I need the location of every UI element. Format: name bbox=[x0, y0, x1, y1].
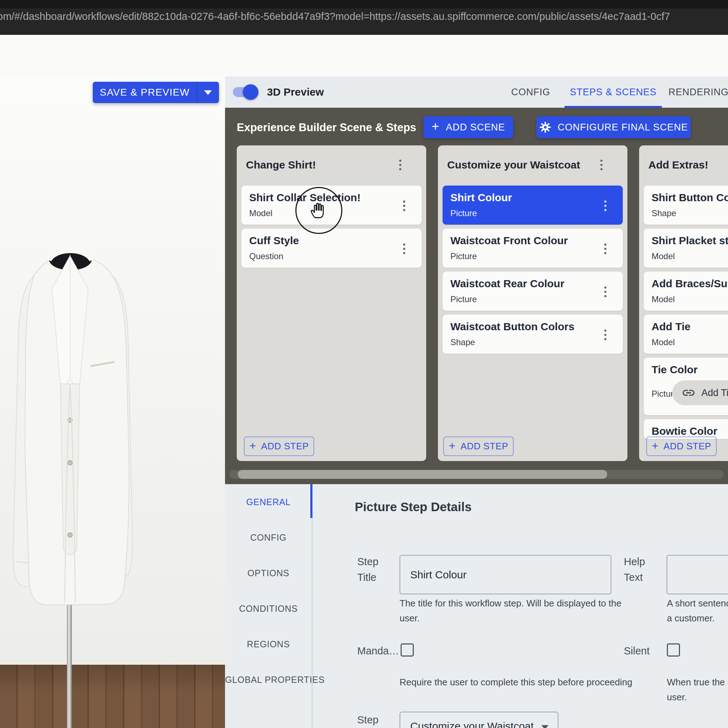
builder-title: Experience Builder Scene & Steps bbox=[237, 121, 416, 134]
scene-title: Change Shirt! bbox=[246, 159, 316, 171]
step-menu-kebab-icon[interactable] bbox=[603, 328, 608, 342]
details-tab-conditions[interactable]: CONDITIONS bbox=[225, 604, 312, 614]
details-tab-regions[interactable]: REGIONS bbox=[225, 639, 312, 650]
step-type: Shape bbox=[450, 337, 475, 347]
url-text: om/#/dashboard/workflows/edit/882c10da-0… bbox=[0, 11, 670, 22]
help-text-input[interactable] bbox=[667, 555, 728, 594]
step-card-shirt-colour-selected[interactable]: Shirt Colour Picture bbox=[442, 185, 623, 225]
step-title: Waistcoat Button Colors bbox=[450, 321, 574, 333]
help-text-label: Help Text bbox=[624, 554, 667, 585]
experience-builder-panel: Experience Builder Scene & Steps + ADD S… bbox=[225, 108, 728, 484]
step-card-add-braces[interactable]: Add Braces/Susp Model bbox=[644, 272, 728, 310]
step-type: Picture bbox=[450, 294, 477, 304]
details-tab-config[interactable]: CONFIG bbox=[225, 532, 312, 543]
scene-column-add-extras: Add Extras! Shirt Button Colou Shape Shi… bbox=[639, 145, 728, 461]
link-icon bbox=[681, 386, 696, 400]
step-type: Shape bbox=[652, 208, 676, 218]
step-select-dropdown[interactable]: Customize your Waistcoat bbox=[399, 712, 558, 728]
mandatory-label: Manda… bbox=[357, 643, 400, 659]
mandatory-checkbox[interactable] bbox=[401, 643, 414, 656]
configure-final-scene-button[interactable]: CONFIGURE FINAL SCENE bbox=[537, 116, 691, 138]
step-title-helper-1: The title for this workflow step. Will b… bbox=[399, 596, 621, 611]
step-title: Shirt Colour bbox=[450, 191, 512, 204]
save-preview-dropdown-button[interactable] bbox=[197, 82, 219, 103]
3d-preview-toggle[interactable] bbox=[233, 87, 255, 97]
details-tab-options[interactable]: OPTIONS bbox=[225, 568, 312, 578]
step-title: Shirt Button Colou bbox=[652, 191, 728, 204]
step-title: Add Tie bbox=[652, 321, 690, 333]
step-card-shirt-placket-style[interactable]: Shirt Placket style Model bbox=[644, 229, 728, 268]
silent-helper-1: When true the sys bbox=[667, 674, 728, 690]
tab-rendering[interactable]: RENDERING bbox=[668, 87, 728, 98]
add-step-label: ADD STEP bbox=[664, 441, 711, 452]
step-details-section: GENERAL CONFIG OPTIONS CONDITIONS REGION… bbox=[225, 484, 728, 728]
save-and-preview-label[interactable]: SAVE & PREVIEW bbox=[93, 82, 197, 103]
step-card-cuff-style[interactable]: Cuff Style Question bbox=[242, 229, 422, 268]
step-card-tie-color[interactable]: Tie Color Picture Add Tie bbox=[644, 358, 728, 415]
step-title: Shirt Placket style bbox=[652, 235, 728, 247]
app-header: Unsaved Changes CANCEL SAVE CHANGES bbox=[0, 35, 728, 77]
linked-step-chip-label: Add Tie bbox=[701, 387, 728, 399]
step-select-label: Step bbox=[357, 712, 400, 728]
step-card-bowtie-color[interactable]: Bowtie Color bbox=[644, 419, 728, 439]
configure-final-scene-label: CONFIGURE FINAL SCENE bbox=[558, 122, 688, 133]
preview-toolbar: 3D Preview CONFIG STEPS & SCENES RENDERI… bbox=[225, 76, 728, 108]
add-step-label: ADD STEP bbox=[261, 441, 309, 452]
add-step-button[interactable]: + ADD STEP bbox=[244, 436, 314, 456]
details-heading: Picture Step Details bbox=[355, 500, 472, 514]
step-title: Cuff Style bbox=[249, 235, 299, 247]
step-card-waistcoat-button-colors[interactable]: Waistcoat Button Colors Shape bbox=[442, 315, 623, 354]
add-scene-button[interactable]: + ADD SCENE bbox=[424, 116, 513, 138]
add-step-label: ADD STEP bbox=[461, 441, 508, 452]
3d-preview-stage[interactable] bbox=[0, 76, 225, 728]
suit-jacket-3d-model[interactable] bbox=[0, 199, 225, 728]
step-title: Bowtie Color bbox=[652, 425, 717, 437]
step-card-waistcoat-front-colour[interactable]: Waistcoat Front Colour Picture bbox=[442, 229, 623, 268]
scene-menu-kebab-icon[interactable] bbox=[599, 158, 604, 172]
help-text-helper-2: a customer. bbox=[667, 611, 714, 626]
details-tab-general[interactable]: GENERAL bbox=[225, 497, 312, 507]
silent-checkbox[interactable] bbox=[667, 643, 680, 656]
step-menu-kebab-icon[interactable] bbox=[402, 199, 407, 213]
add-step-button[interactable]: + ADD STEP bbox=[646, 436, 717, 456]
step-title-helper-2: user. bbox=[399, 611, 419, 626]
chevron-down-icon bbox=[204, 90, 212, 95]
step-menu-kebab-icon[interactable] bbox=[603, 199, 608, 213]
nav-divider bbox=[312, 484, 312, 728]
horizontal-scrollbar-thumb[interactable] bbox=[238, 470, 607, 479]
mandatory-helper: Require the user to complete this step b… bbox=[399, 674, 632, 690]
details-tab-global-properties[interactable]: GLOBAL PROPERTIES bbox=[225, 674, 312, 685]
scene-menu-kebab-icon[interactable] bbox=[398, 158, 403, 172]
step-card-waistcoat-rear-colour[interactable]: Waistcoat Rear Colour Picture bbox=[442, 272, 623, 310]
step-title-input[interactable] bbox=[399, 555, 612, 594]
step-card-shirt-button-colour[interactable]: Shirt Button Colou Shape bbox=[644, 185, 728, 225]
scene-title: Customize your Waistcoat bbox=[447, 159, 580, 171]
hand-cursor-icon bbox=[308, 201, 328, 221]
step-menu-kebab-icon[interactable] bbox=[603, 285, 608, 298]
step-type: Model bbox=[652, 337, 674, 347]
save-and-preview-button[interactable]: SAVE & PREVIEW bbox=[93, 82, 219, 103]
tab-steps-and-scenes[interactable]: STEPS & SCENES bbox=[570, 87, 656, 98]
step-title: Add Braces/Susp bbox=[652, 278, 728, 290]
add-scene-label: ADD SCENE bbox=[446, 122, 505, 133]
silent-helper-2: user. bbox=[667, 690, 687, 705]
silent-label: Silent bbox=[624, 643, 667, 659]
step-type: Model bbox=[249, 208, 272, 218]
step-type: Picture bbox=[450, 251, 477, 261]
step-menu-kebab-icon[interactable] bbox=[402, 242, 407, 255]
step-card-add-tie[interactable]: Add Tie Model bbox=[644, 315, 728, 354]
step-title: Waistcoat Rear Colour bbox=[450, 278, 564, 290]
gear-icon bbox=[539, 121, 551, 133]
step-type: Model bbox=[652, 294, 674, 304]
scene-column-customize-waistcoat: Customize your Waistcoat Shirt Colour Pi… bbox=[438, 145, 627, 461]
linked-step-chip[interactable]: Add Tie bbox=[672, 380, 728, 405]
step-title: Tie Color bbox=[652, 364, 697, 376]
step-type: Model bbox=[652, 251, 674, 261]
3d-preview-label: 3D Preview bbox=[267, 86, 324, 98]
step-menu-kebab-icon[interactable] bbox=[603, 242, 608, 255]
step-type: Question bbox=[249, 251, 283, 261]
tab-config[interactable]: CONFIG bbox=[511, 87, 550, 98]
browser-url-bar[interactable]: om/#/dashboard/workflows/edit/882c10da-0… bbox=[0, 0, 728, 35]
add-step-button[interactable]: + ADD STEP bbox=[443, 436, 514, 456]
step-title-label: Step Title bbox=[357, 554, 400, 585]
